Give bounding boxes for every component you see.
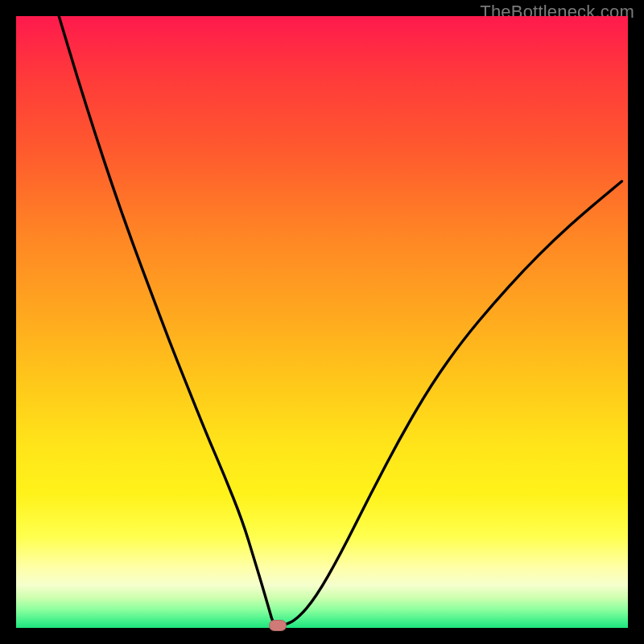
plot-area	[16, 16, 628, 628]
optimal-point-marker	[269, 620, 287, 631]
curve-svg	[16, 16, 628, 628]
bottleneck-curve	[59, 16, 621, 625]
chart-frame: TheBottleneck.com	[0, 0, 644, 644]
